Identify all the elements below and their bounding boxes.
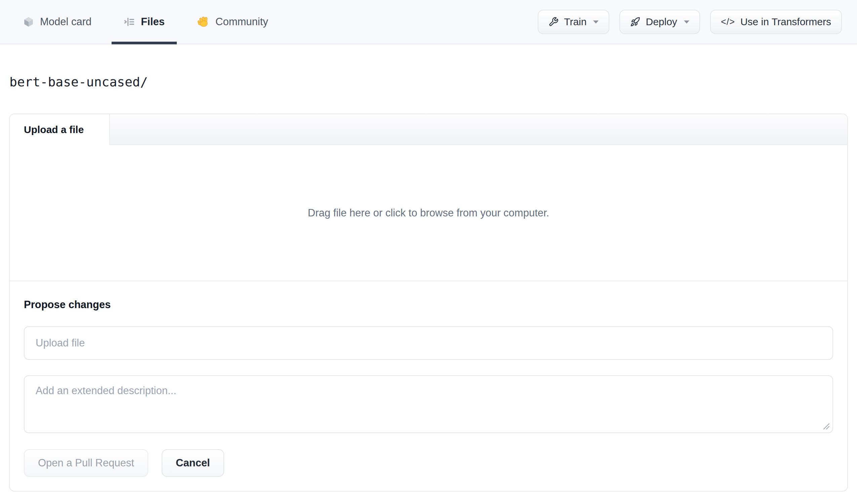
file-tree-icon [124,16,135,28]
rocket-icon [630,17,640,27]
deploy-button[interactable]: Deploy [619,10,700,34]
cube-icon [23,16,34,28]
wrench-icon [549,17,558,27]
breadcrumb: bert-base-uncased/ [10,74,857,89]
upload-file-input[interactable] [24,326,833,360]
topbar: Model card Files [0,0,857,44]
propose-changes-heading: Propose changes [24,299,833,311]
button-label: Deploy [645,16,677,28]
chevron-down-icon [593,20,599,23]
train-button[interactable]: Train [538,10,609,34]
resize-handle-icon[interactable] [822,422,830,430]
tab-label: Files [141,16,165,28]
tab-label: Model card [40,16,91,28]
waving-hand-icon [197,15,210,28]
repo-action-buttons: Train Deploy </> Use in Transformers [538,0,842,44]
upload-card: Upload a file Drag file here or click to… [9,114,848,491]
form-buttons-row: Open a Pull Request Cancel [24,449,833,477]
repo-tab-bar: Model card Files [11,0,288,44]
file-dropzone[interactable]: Drag file here or click to browse from y… [10,145,847,281]
code-icon: </> [721,17,735,27]
cancel-button[interactable]: Cancel [162,449,224,477]
button-label: Use in Transformers [740,16,831,28]
upload-card-tab-row: Upload a file [10,114,847,145]
dropzone-text: Drag file here or click to browse from y… [308,207,549,219]
tab-label: Community [215,16,268,28]
open-pull-request-button[interactable]: Open a Pull Request [24,449,148,477]
use-in-transformers-button[interactable]: </> Use in Transformers [710,10,842,34]
description-field-wrapper [24,375,833,433]
propose-changes-section: Propose changes Open a Pull Request Canc… [10,281,847,491]
tab-community[interactable]: Community [185,0,280,44]
tab-model-card[interactable]: Model card [11,0,103,44]
chevron-down-icon [684,20,689,23]
main-content: bert-base-uncased/ Upload a file Drag fi… [0,74,857,491]
button-label: Train [564,16,586,28]
tab-files[interactable]: Files [112,0,177,44]
description-textarea[interactable] [24,375,833,433]
tab-upload-a-file[interactable]: Upload a file [10,114,110,145]
